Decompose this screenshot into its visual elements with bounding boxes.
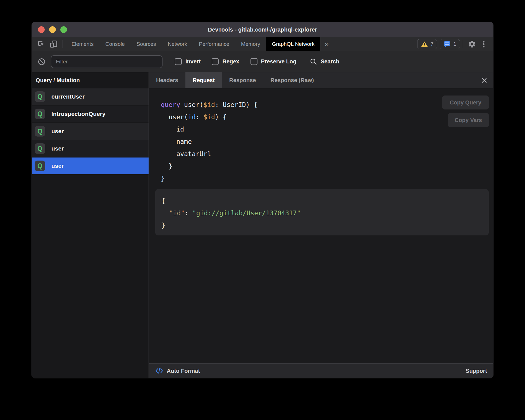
detail-panel: HeadersRequestResponseResponse (Raw) Cop… <box>149 72 493 378</box>
filter-input[interactable] <box>51 55 163 68</box>
preserve-log-label: Preserve Log <box>261 58 297 65</box>
detail-tab-headers[interactable]: Headers <box>149 72 185 88</box>
regex-checkbox-control[interactable]: Regex <box>212 58 239 65</box>
support-link[interactable]: Support <box>466 368 487 374</box>
regex-label: Regex <box>222 58 239 65</box>
tab-console[interactable]: Console <box>99 37 131 51</box>
auto-format-label: Auto Format <box>167 368 200 374</box>
copy-vars-button[interactable]: Copy Vars <box>448 113 489 127</box>
regex-checkbox[interactable] <box>212 58 219 65</box>
variables-box: { "id": "gid://gitlab/User/13704317"} <box>155 189 489 235</box>
tab-network[interactable]: Network <box>162 37 193 51</box>
tab-memory[interactable]: Memory <box>235 37 266 51</box>
query-type-badge: Q <box>35 109 45 119</box>
block-icon <box>37 58 46 66</box>
auto-format-button[interactable]: Auto Format <box>155 367 200 374</box>
device-toolbar-icon <box>49 40 58 48</box>
traffic-light-zoom[interactable] <box>60 26 67 33</box>
gear-icon <box>468 40 476 48</box>
panel-body: Query / Mutation QcurrentUserQIntrospect… <box>32 72 493 378</box>
devtools-tabs: ElementsConsoleSourcesNetworkPerformance… <box>66 37 320 51</box>
variables-json: { "id": "gid://gitlab/User/13704317"} <box>161 195 489 232</box>
panel-footer: Auto Format Support <box>149 363 493 378</box>
detail-tab-bar: HeadersRequestResponseResponse (Raw) <box>149 72 493 89</box>
preserve-log-checkbox-control[interactable]: Preserve Log <box>250 58 297 65</box>
query-sidebar: Query / Mutation QcurrentUserQIntrospect… <box>32 72 149 378</box>
query-type-badge: Q <box>35 126 45 137</box>
search-label: Search <box>321 58 339 65</box>
devtools-tab-bar: ElementsConsoleSourcesNetworkPerformance… <box>32 37 493 51</box>
detail-tab-response[interactable]: Response <box>222 72 263 88</box>
more-tabs-button[interactable]: » <box>320 37 333 51</box>
title-bar: DevTools - gitlab.com/-/graphql-explorer <box>32 22 493 37</box>
query-type-badge: Q <box>35 143 45 154</box>
invert-checkbox[interactable] <box>175 58 182 65</box>
query-item-label: IntrospectionQuery <box>51 111 106 117</box>
window-title: DevTools - gitlab.com/-/graphql-explorer <box>32 27 493 33</box>
invert-checkbox-control[interactable]: Invert <box>175 58 201 65</box>
clear-button[interactable] <box>36 55 47 69</box>
detail-tabs: HeadersRequestResponseResponse (Raw) <box>149 72 321 88</box>
code-line: } <box>161 172 493 185</box>
query-item-label: currentUser <box>51 93 85 100</box>
inspect-cursor-icon <box>37 40 46 48</box>
query-item-label: user <box>51 128 64 135</box>
filter-checkboxes: InvertRegexPreserve Log <box>175 58 296 65</box>
code-line: { <box>161 195 489 207</box>
tab-performance[interactable]: Performance <box>193 37 235 51</box>
device-toolbar-button[interactable] <box>47 37 60 51</box>
warning-count: 7 <box>431 41 434 47</box>
inspect-element-button[interactable] <box>35 37 47 51</box>
query-item-label: user <box>51 145 64 152</box>
preserve-log-checkbox[interactable] <box>250 58 257 65</box>
devtools-window: DevTools - gitlab.com/-/graphql-explorer <box>32 22 493 378</box>
query-type-badge: Q <box>35 161 45 171</box>
warning-triangle-icon <box>421 41 428 47</box>
tab-elements[interactable]: Elements <box>66 37 99 51</box>
query-item-user[interactable]: Quser <box>32 157 149 174</box>
request-content: Copy Query Copy Vars query user($id: Use… <box>149 89 493 363</box>
query-item-introspectionquery[interactable]: QIntrospectionQuery <box>32 106 149 122</box>
tab-graphql-network[interactable]: GraphQL Network <box>266 37 320 51</box>
query-item-label: user <box>51 163 64 169</box>
traffic-light-minimize[interactable] <box>49 26 56 33</box>
search-icon <box>310 58 317 65</box>
screen: DevTools - gitlab.com/-/graphql-explorer <box>0 0 525 420</box>
traffic-light-close[interactable] <box>38 26 45 33</box>
invert-label: Invert <box>185 58 201 65</box>
search-control[interactable]: Search <box>310 58 339 65</box>
issues-badge[interactable]: 1 <box>440 39 460 49</box>
filter-bar: InvertRegexPreserve Log Search <box>32 51 493 72</box>
toolbar-divider <box>63 40 63 48</box>
warnings-badge[interactable]: 7 <box>417 39 437 49</box>
close-icon <box>481 77 488 84</box>
query-item-user[interactable]: Quser <box>32 140 149 157</box>
close-detail-button[interactable] <box>481 77 488 84</box>
settings-button[interactable] <box>466 37 478 51</box>
query-item-currentuser[interactable]: QcurrentUser <box>32 88 149 105</box>
code-line: avatarUrl <box>161 148 493 160</box>
more-options-button[interactable] <box>478 37 489 51</box>
issues-count: 1 <box>453 41 456 47</box>
kebab-menu-icon <box>480 40 487 48</box>
sidebar-header: Query / Mutation <box>32 72 149 88</box>
badge-divider <box>463 40 463 48</box>
query-item-user[interactable]: Quser <box>32 123 149 140</box>
code-line: name <box>161 135 493 148</box>
detail-tab-request[interactable]: Request <box>185 72 222 88</box>
tab-sources[interactable]: Sources <box>131 37 162 51</box>
query-list: QcurrentUserQIntrospectionQueryQuserQuse… <box>32 88 149 175</box>
copy-query-button[interactable]: Copy Query <box>442 96 489 109</box>
detail-tab-response-raw[interactable]: Response (Raw) <box>263 72 321 88</box>
query-type-badge: Q <box>35 91 45 102</box>
message-bubble-icon <box>443 41 451 48</box>
code-brackets-icon <box>155 367 163 374</box>
code-line: } <box>161 160 493 172</box>
code-line: } <box>161 219 489 232</box>
code-line: "id": "gid://gitlab/User/13704317" <box>161 207 489 219</box>
window-controls <box>38 26 67 33</box>
copy-buttons: Copy Query Copy Vars <box>442 96 489 127</box>
